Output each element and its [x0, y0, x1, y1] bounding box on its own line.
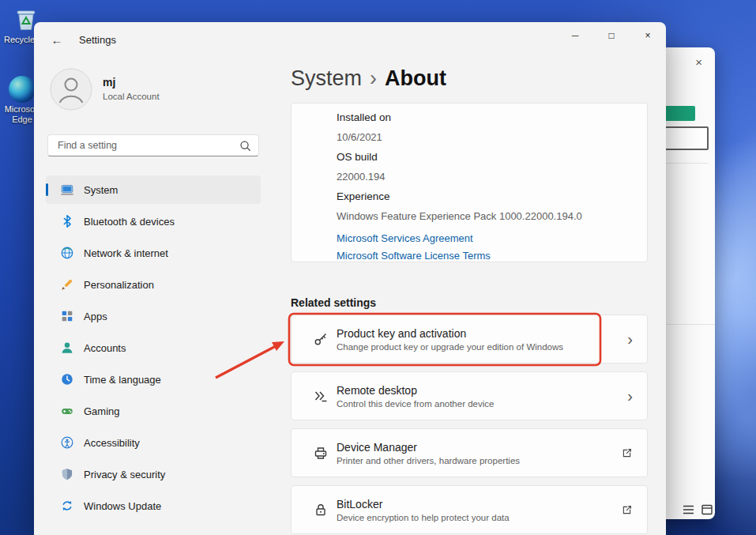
- search-icon: [239, 139, 252, 153]
- spec-label: Installed on: [337, 107, 647, 127]
- external-link-icon: [621, 504, 633, 516]
- card-subtitle: Printer and other drivers, hardware prop…: [337, 456, 520, 465]
- sidebar-item-accessibility[interactable]: Accessibility: [46, 428, 261, 457]
- sidebar-item-label: Privacy & security: [84, 469, 165, 480]
- sidebar-nav: System Bluetooth & devices Network & int…: [46, 175, 261, 523]
- remote-desktop-card[interactable]: Remote desktop Control this device from …: [291, 371, 648, 420]
- card-title: Remote desktop: [337, 384, 494, 397]
- sidebar-item-label: Personalization: [84, 279, 154, 291]
- sidebar-item-network-internet[interactable]: Network & internet: [46, 239, 261, 267]
- bitlocker-lock-icon: [313, 502, 329, 518]
- edge-icon: [9, 76, 36, 103]
- personalization-icon: [60, 277, 74, 292]
- sidebar-item-label: Gaming: [84, 405, 120, 417]
- device-manager-icon: [313, 445, 329, 461]
- sidebar-item-personalization[interactable]: Personalization: [46, 270, 261, 299]
- titlebar[interactable]: ← Settings ─ □ ×: [34, 22, 666, 57]
- accounts-icon: [60, 341, 74, 355]
- spec-value: Windows Feature Experience Pack 1000.220…: [337, 206, 647, 226]
- card-subtitle: Control this device from another device: [337, 399, 494, 409]
- sidebar-item-label: Apps: [84, 311, 107, 322]
- bitlocker-card[interactable]: BitLocker Device encryption to help prot…: [291, 485, 648, 534]
- list-icon[interactable]: [683, 504, 694, 515]
- services-agreement-link[interactable]: Microsoft Services Agreement: [337, 230, 647, 247]
- license-terms-link[interactable]: Microsoft Software License Terms: [337, 247, 647, 265]
- gaming-icon: [60, 404, 74, 418]
- chevron-right-icon: ›: [627, 331, 633, 347]
- remote-desktop-icon: [313, 388, 329, 404]
- settings-window: ← Settings ─ □ × mj Local Account: [34, 22, 666, 535]
- user-account-type: Local Account: [103, 92, 160, 101]
- windows-specs-card: Installed on 10/6/2021 OS build 22000.19…: [291, 103, 648, 262]
- sidebar-item-privacy-security[interactable]: Privacy & security: [46, 460, 261, 488]
- spec-value: 10/6/2021: [337, 127, 647, 147]
- sidebar-item-label: System: [84, 184, 118, 196]
- privacy-shield-icon: [60, 467, 74, 481]
- system-icon: [60, 183, 74, 197]
- breadcrumb: System›About: [291, 66, 446, 91]
- accessibility-icon: [60, 435, 74, 450]
- product-key-activation-card[interactable]: Product key and activation Change produc…: [291, 315, 648, 364]
- related-settings-list: Product key and activation Change produc…: [291, 315, 648, 535]
- sidebar-item-windows-update[interactable]: Windows Update: [46, 492, 261, 520]
- sidebar-item-bluetooth-devices[interactable]: Bluetooth & devices: [46, 207, 261, 235]
- spec-label: Experience: [337, 186, 647, 206]
- sidebar-item-label: Network & internet: [84, 247, 168, 259]
- chevron-right-icon: ›: [627, 388, 633, 404]
- sidebar-item-apps[interactable]: Apps: [46, 302, 261, 330]
- avatar[interactable]: [50, 68, 92, 111]
- sidebar: mj Local Account System Bluetooth: [34, 57, 288, 535]
- sidebar-item-label: Windows Update: [84, 500, 161, 512]
- bluetooth-icon: [60, 214, 74, 228]
- time-language-icon: [60, 372, 74, 386]
- device-manager-card[interactable]: Device Manager Printer and other drivers…: [291, 428, 648, 477]
- network-icon: [60, 246, 74, 260]
- maximize-button[interactable]: □: [593, 22, 630, 49]
- card-title: BitLocker: [337, 498, 510, 511]
- sidebar-item-label: Accessibility: [84, 437, 140, 449]
- selected-accent-bar: [46, 183, 48, 196]
- search-input[interactable]: [48, 135, 236, 156]
- related-settings-heading: Related settings: [291, 296, 376, 309]
- minimize-button[interactable]: ─: [557, 22, 593, 49]
- bg-close-icon[interactable]: ×: [695, 55, 702, 69]
- spec-value: 22000.194: [337, 167, 647, 186]
- window-title: Settings: [79, 34, 116, 46]
- card-title: Product key and activation: [337, 327, 563, 340]
- external-link-icon: [621, 447, 633, 459]
- sidebar-item-system[interactable]: System: [46, 175, 261, 204]
- apps-icon: [60, 309, 74, 323]
- back-button[interactable]: ←: [45, 28, 69, 51]
- window-icon[interactable]: [701, 504, 713, 515]
- spec-label: OS build: [337, 147, 647, 167]
- sidebar-item-time-language[interactable]: Time & language: [46, 365, 261, 394]
- page-title: About: [385, 66, 446, 90]
- sidebar-item-label: Accounts: [84, 342, 126, 354]
- sidebar-item-gaming[interactable]: Gaming: [46, 397, 261, 425]
- sidebar-item-label: Bluetooth & devices: [84, 216, 175, 228]
- windows-update-icon: [60, 499, 74, 513]
- sidebar-item-accounts[interactable]: Accounts: [46, 333, 261, 362]
- key-icon: [313, 331, 329, 347]
- breadcrumb-root[interactable]: System: [291, 66, 362, 90]
- breadcrumb-separator-icon: ›: [370, 66, 377, 90]
- sidebar-item-label: Time & language: [84, 374, 161, 386]
- card-title: Device Manager: [337, 441, 520, 454]
- close-button[interactable]: ×: [630, 22, 666, 49]
- content-pane: System›About Installed on 10/6/2021 OS b…: [288, 57, 666, 535]
- card-subtitle: Device encryption to help protect your d…: [337, 513, 510, 522]
- card-subtitle: Change product key or upgrade your editi…: [337, 342, 563, 352]
- user-name[interactable]: mj: [103, 76, 115, 89]
- search-box[interactable]: [47, 134, 259, 156]
